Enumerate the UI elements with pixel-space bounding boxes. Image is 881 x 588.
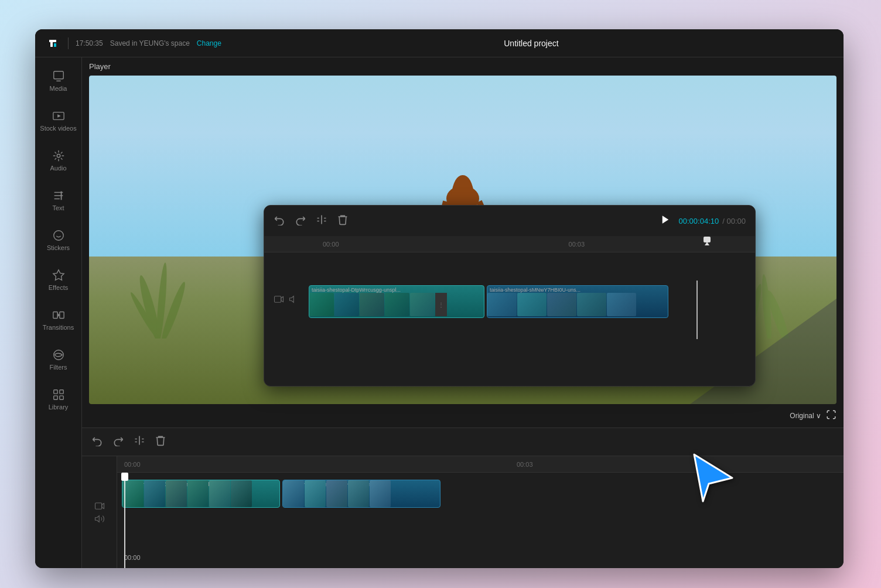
popup-thumb bbox=[487, 293, 517, 316]
popup-undo-button[interactable] bbox=[274, 214, 285, 228]
sidebar-label-text: Text bbox=[52, 204, 64, 211]
popup-total-time: / 00:00 bbox=[722, 217, 746, 225]
sidebar-item-stock-videos[interactable]: Stock videos bbox=[38, 102, 79, 139]
svg-rect-25 bbox=[95, 502, 101, 509]
svg-marker-5 bbox=[53, 270, 63, 280]
sidebar-item-stickers[interactable]: Stickers bbox=[38, 221, 79, 259]
redo-button[interactable] bbox=[112, 435, 124, 449]
app-logo[interactable] bbox=[45, 35, 61, 52]
stock-videos-icon bbox=[52, 110, 65, 122]
popup-thumb bbox=[385, 293, 409, 316]
clip-thumb bbox=[144, 480, 165, 507]
svg-rect-10 bbox=[59, 390, 63, 394]
undo-button[interactable] bbox=[91, 435, 103, 449]
playhead-line bbox=[124, 481, 125, 568]
popup-playhead-line bbox=[696, 281, 698, 339]
plants-left bbox=[127, 221, 197, 339]
top-bar-saved: Saved in YEUNG's space bbox=[110, 39, 190, 47]
video-clip-2[interactable]: taisiia-shestopal-sMNwY7HBI0U-uns... bbox=[282, 480, 440, 508]
popup-toolbar: 00:00:04:10 / 00:00 bbox=[264, 206, 755, 236]
video-clip-1[interactable]: taisiia-shestopal-DtpWrrcusgg-unspl... bbox=[122, 480, 280, 508]
sidebar-item-library[interactable]: Library bbox=[38, 381, 79, 418]
popup-clip-2-label: taisiia-shestopal-sMNwY7HBI0U-uns... bbox=[490, 287, 580, 293]
sidebar-item-audio[interactable]: Audio bbox=[38, 142, 79, 179]
clip-thumb bbox=[348, 480, 369, 507]
popup-thumb bbox=[517, 293, 547, 316]
player-label: Player bbox=[82, 57, 844, 76]
popup-thumb bbox=[577, 293, 606, 316]
popup-current-time: 00:00:04:10 bbox=[679, 217, 719, 225]
popup-clip-1[interactable]: taisiia-shestopal-DtpWrrcusgg-unspl... ⋮ bbox=[309, 285, 484, 318]
sidebar-label-transitions: Transitions bbox=[43, 324, 74, 331]
clip-thumb bbox=[187, 480, 209, 507]
clip-thumb bbox=[122, 480, 144, 507]
svg-point-4 bbox=[53, 231, 63, 241]
svg-rect-27 bbox=[704, 237, 711, 242]
clip-thumb bbox=[166, 480, 187, 507]
svg-marker-30 bbox=[694, 454, 732, 501]
popup-clip-2[interactable]: taisiia-shestopal-sMNwY7HBI0U-uns... bbox=[487, 285, 668, 318]
app-container: 17:50:35 Saved in YEUNG's space Change U… bbox=[35, 29, 844, 568]
filters-icon bbox=[52, 348, 65, 361]
svg-rect-11 bbox=[53, 396, 57, 399]
change-button[interactable]: Change bbox=[197, 39, 221, 47]
audio-icon bbox=[52, 149, 65, 162]
top-bar-time: 17:50:35 bbox=[76, 39, 103, 47]
popup-redo-button[interactable] bbox=[295, 214, 306, 228]
clip-thumb bbox=[326, 480, 347, 507]
blue-cursor bbox=[691, 452, 738, 507]
sidebar-label-filters: Filters bbox=[50, 364, 67, 371]
sidebar-item-media[interactable]: Media bbox=[38, 62, 79, 100]
clip-thumb bbox=[283, 480, 304, 507]
popup-ruler: 00:00 00:03 bbox=[264, 236, 755, 252]
sidebar-item-filters[interactable]: Filters bbox=[38, 341, 79, 378]
original-dropdown[interactable]: Original ∨ bbox=[790, 412, 821, 420]
sidebar-item-transitions[interactable]: Transitions bbox=[38, 301, 79, 339]
popup-delete-button[interactable] bbox=[337, 214, 349, 228]
text-icon bbox=[52, 189, 65, 202]
popup-ruler-mark-0: 00:00 bbox=[323, 241, 339, 248]
playhead[interactable] bbox=[124, 473, 125, 568]
effects-icon bbox=[52, 269, 65, 282]
svg-rect-12 bbox=[59, 396, 63, 399]
popup-play-button[interactable] bbox=[660, 214, 671, 227]
popup-track-icons bbox=[274, 294, 299, 305]
sidebar-label-media: Media bbox=[50, 85, 67, 92]
popup-thumb bbox=[410, 293, 435, 316]
popup-thumb bbox=[360, 293, 384, 316]
sidebar-label-audio: Audio bbox=[50, 165, 66, 172]
stickers-icon bbox=[52, 229, 65, 242]
ruler-mark-3: 00:03 bbox=[517, 461, 533, 468]
delete-button[interactable] bbox=[155, 435, 166, 449]
library-icon bbox=[52, 388, 65, 401]
popup-time-display: 00:00:04:10 / 00:00 bbox=[660, 214, 746, 227]
clip-thumb bbox=[231, 480, 252, 507]
sidebar-label-library: Library bbox=[49, 404, 69, 411]
fullscreen-button[interactable] bbox=[826, 409, 836, 422]
popup-thumb bbox=[547, 293, 576, 316]
svg-rect-9 bbox=[53, 390, 57, 394]
svg-marker-26 bbox=[662, 216, 668, 224]
split-button[interactable] bbox=[134, 435, 145, 449]
svg-rect-6 bbox=[53, 312, 57, 319]
sidebar-item-effects[interactable]: Effects bbox=[38, 261, 79, 299]
popup-playhead-marker bbox=[703, 236, 711, 245]
svg-rect-7 bbox=[59, 312, 63, 319]
clip-thumb bbox=[305, 480, 326, 507]
top-bar: 17:50:35 Saved in YEUNG's space Change U… bbox=[35, 29, 844, 57]
popup-timeline: 00:00:04:10 / 00:00 00:00 00:03 bbox=[264, 205, 756, 387]
player-controls-bar: Original ∨ bbox=[82, 404, 844, 428]
sidebar: Media Stock videos Audio bbox=[35, 57, 82, 568]
popup-split-button[interactable] bbox=[316, 214, 327, 228]
media-icon bbox=[52, 70, 65, 83]
sidebar-item-text[interactable]: Text bbox=[38, 182, 79, 219]
track-icon-video bbox=[94, 501, 105, 524]
popup-thumb bbox=[334, 293, 359, 316]
clip-separator: ⋮ bbox=[435, 293, 447, 316]
timeline-left-panel bbox=[82, 456, 117, 568]
popup-clip-1-label: taisiia-shestopal-DtpWrrcusgg-unspl... bbox=[312, 287, 401, 293]
ruler-mark-0: 00:00 bbox=[124, 461, 141, 468]
project-title: Untitled project bbox=[228, 39, 834, 48]
sidebar-label-effects: Effects bbox=[49, 284, 68, 291]
popup-clips-container: taisiia-shestopal-DtpWrrcusgg-unspl... ⋮ bbox=[309, 281, 746, 318]
